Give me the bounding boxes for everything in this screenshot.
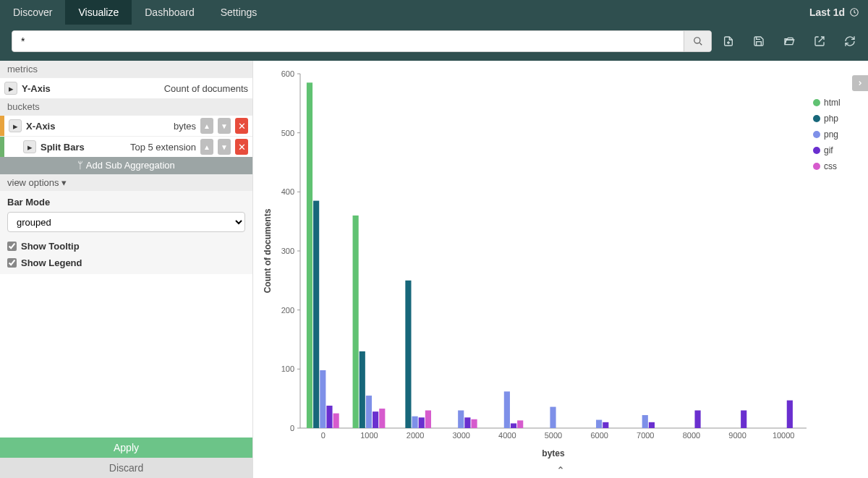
svg-rect-25 [353, 215, 359, 428]
stripe-icon [0, 116, 4, 136]
expand-toggle[interactable]: ▸ [4, 82, 17, 95]
svg-point-63 [813, 163, 820, 170]
svg-rect-28 [373, 411, 378, 428]
move-up-button[interactable]: ▲ [200, 118, 213, 134]
svg-rect-31 [405, 281, 411, 428]
add-sub-aggregation[interactable]: ᛘ Add Sub Aggregation [0, 157, 252, 174]
delete-button[interactable]: ✕ [235, 118, 248, 134]
svg-rect-19 [307, 82, 312, 428]
svg-point-60 [813, 115, 820, 122]
svg-point-1 [694, 38, 699, 43]
delete-button[interactable]: ✕ [235, 139, 248, 155]
save-icon[interactable] [752, 35, 765, 48]
top-nav: DiscoverVisualizeDashboardSettings Last … [0, 0, 868, 25]
yaxis-value: Count of documents [164, 83, 248, 94]
chart-panel: 0100200300400500600010002000300040005000… [253, 61, 868, 478]
yaxis-row: ▸ Y-Axis Count of documents [0, 77, 252, 98]
svg-text:3000: 3000 [452, 431, 469, 440]
show-tooltip-checkbox[interactable] [7, 242, 17, 251]
view-options-toggle[interactable]: view options ▾ [0, 174, 252, 191]
bar-chart: 0100200300400500600010002000300040005000… [260, 67, 861, 461]
show-tooltip-label: Show Tooltip [21, 241, 80, 252]
svg-text:8000: 8000 [683, 431, 700, 440]
expand-toggle[interactable]: ▸ [23, 140, 36, 153]
splitbars-value: Top 5 extension [130, 142, 196, 153]
yaxis-label: Y-Axis [22, 83, 51, 94]
xaxis-value: bytes [174, 121, 196, 132]
svg-text:300: 300 [281, 247, 294, 255]
bar-mode-label: Bar Mode [7, 197, 245, 208]
svg-rect-38 [471, 419, 477, 428]
svg-rect-54 [741, 411, 746, 429]
nav-settings[interactable]: Settings [208, 0, 271, 25]
search-icon [693, 36, 703, 46]
move-down-button[interactable]: ▼ [218, 118, 231, 134]
svg-rect-42 [517, 420, 523, 428]
svg-rect-27 [366, 396, 372, 428]
search-input[interactable] [12, 31, 684, 51]
svg-point-62 [813, 147, 820, 154]
svg-text:2000: 2000 [407, 431, 424, 440]
expand-toggle[interactable]: ▸ [9, 119, 22, 132]
move-up-button[interactable]: ▲ [200, 139, 213, 155]
svg-rect-20 [313, 201, 319, 428]
svg-rect-49 [642, 415, 648, 428]
svg-rect-36 [458, 411, 464, 429]
search-button[interactable] [684, 31, 711, 51]
svg-text:10000: 10000 [773, 431, 795, 440]
sidebar: metrics ▸ Y-Axis Count of documents buck… [0, 61, 253, 478]
show-legend-label: Show Legend [21, 257, 82, 268]
collapse-legend-button[interactable] [852, 75, 868, 91]
svg-text:500: 500 [281, 129, 294, 137]
legend-item[interactable]: gif [824, 145, 833, 155]
chevron-right-icon [856, 80, 864, 87]
svg-point-59 [813, 99, 820, 106]
svg-text:6000: 6000 [590, 431, 608, 440]
svg-text:0: 0 [290, 424, 294, 432]
svg-rect-41 [511, 423, 516, 428]
bar-mode-select[interactable]: grouped [7, 212, 245, 232]
svg-rect-47 [603, 422, 608, 428]
svg-rect-52 [694, 411, 700, 429]
legend-item[interactable]: png [824, 129, 838, 140]
svg-rect-32 [412, 417, 418, 428]
apply-button[interactable]: Apply [0, 438, 252, 458]
svg-text:100: 100 [281, 364, 294, 373]
discard-button[interactable]: Discard [0, 458, 252, 478]
open-icon[interactable] [783, 35, 796, 48]
svg-text:Count of documents: Count of documents [263, 208, 273, 293]
nav-dashboard[interactable]: Dashboard [132, 0, 208, 25]
move-down-button[interactable]: ▼ [218, 139, 231, 155]
expand-panel-button[interactable] [253, 462, 868, 474]
chevron-up-icon [556, 464, 566, 471]
svg-text:7000: 7000 [637, 431, 654, 440]
time-label: Last 1d [809, 7, 845, 18]
legend-item[interactable]: html [824, 98, 841, 108]
refresh-icon[interactable] [843, 35, 856, 48]
svg-rect-44 [550, 407, 556, 428]
legend-item[interactable]: php [824, 114, 838, 124]
svg-rect-37 [464, 417, 470, 428]
share-icon[interactable] [813, 35, 826, 48]
svg-text:9000: 9000 [728, 431, 746, 440]
toolbar-icons [722, 35, 856, 48]
svg-rect-46 [596, 420, 602, 428]
svg-text:1000: 1000 [360, 431, 378, 440]
svg-rect-26 [359, 351, 365, 428]
svg-rect-21 [320, 370, 326, 428]
legend-item[interactable]: css [824, 161, 837, 171]
svg-text:5000: 5000 [545, 431, 562, 440]
svg-rect-22 [326, 406, 332, 428]
time-picker[interactable]: Last 1d [801, 0, 868, 25]
svg-rect-33 [419, 417, 425, 428]
show-legend-checkbox[interactable] [7, 258, 17, 268]
svg-rect-23 [333, 414, 339, 428]
svg-rect-34 [425, 411, 431, 429]
svg-text:200: 200 [281, 306, 294, 315]
nav-visualize[interactable]: Visualize [65, 0, 132, 25]
svg-rect-29 [379, 409, 385, 428]
nav-discover[interactable]: Discover [0, 0, 65, 25]
search-box [12, 30, 712, 52]
buckets-header: buckets [0, 98, 252, 115]
new-icon[interactable] [722, 35, 735, 48]
